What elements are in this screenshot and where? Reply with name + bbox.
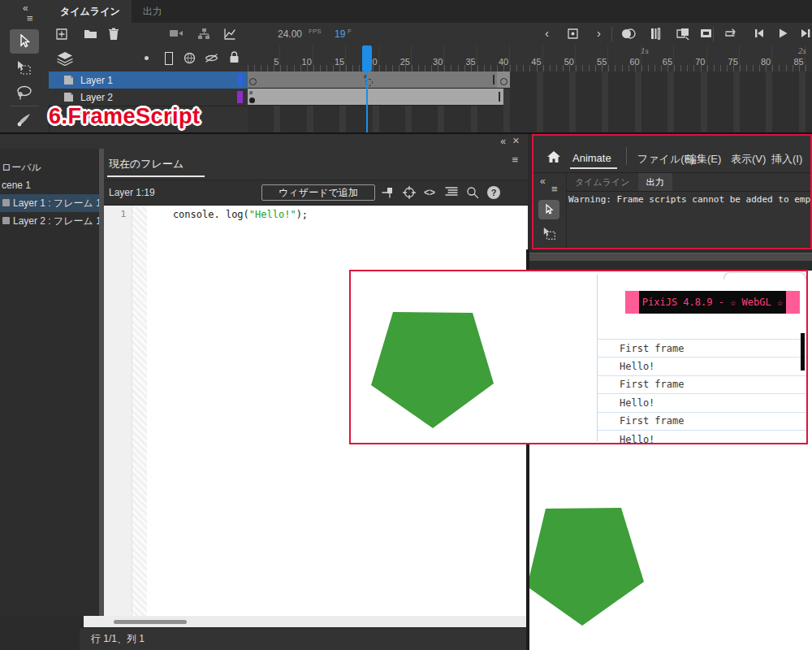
selection-tool-button[interactable] (538, 200, 559, 219)
onion-skin-button[interactable] (621, 28, 636, 40)
brush-tool-button[interactable] (11, 109, 37, 130)
layer2-frame-span[interactable]: a (248, 89, 503, 106)
menu-item[interactable]: 挿入(I) (771, 152, 802, 167)
actions-menu-icon[interactable]: ≡ (512, 154, 518, 166)
edit-multiple-frames-button[interactable] (676, 28, 690, 40)
devtools-tab-outline (723, 272, 806, 280)
devtools-console: First frameHello!First frameHello!First … (597, 339, 808, 444)
navigator-item[interactable]: Layer 1 : フレーム 19 (0, 194, 99, 212)
close-panel-icon[interactable]: ✕ (512, 136, 520, 146)
panel-tab[interactable]: 出力 (132, 0, 174, 23)
delete-layer-button[interactable] (108, 28, 119, 41)
screen: « ≡ (0, 0, 812, 650)
actions-toolbar: Layer 1:19 ウィザードで追加 <> ? (104, 180, 528, 206)
advanced-layer-icon[interactable] (184, 52, 196, 64)
layer-name[interactable]: Layer 2 (80, 92, 113, 103)
framescript-annotation: 6.FrameScript (49, 104, 201, 129)
play-button[interactable] (777, 28, 788, 39)
layer-depth-button[interactable] (223, 28, 236, 41)
pin-script-icon[interactable] (382, 186, 395, 199)
navigator-item[interactable]: ローバル (0, 158, 99, 176)
add-with-wizard-button[interactable]: ウィザードで追加 (261, 184, 375, 201)
navigator-item[interactable]: Layer 2 : フレーム 1 (0, 212, 99, 230)
tab-active-underline (107, 176, 205, 177)
outline-column-icon[interactable] (165, 52, 173, 65)
script-context-label: Layer 1:19 (109, 187, 155, 198)
new-folder-button[interactable] (84, 28, 97, 40)
span-end-marker (493, 75, 495, 84)
free-transform-tool-button[interactable] (540, 225, 559, 243)
layer-name[interactable]: Layer 1 (80, 75, 113, 86)
code-string: "Hello!" (249, 209, 296, 220)
current-frame-tab[interactable]: 現在のフレーム (109, 157, 184, 171)
onion-skin-outline-button[interactable] (650, 28, 662, 40)
panel-tab[interactable]: タイムライン (567, 173, 638, 191)
free-transform-tool-button[interactable] (11, 57, 37, 80)
horizontal-scrollbar[interactable] (84, 616, 528, 627)
loop-playback-button[interactable] (723, 28, 737, 40)
collapse-panel-icon[interactable]: « (540, 176, 545, 187)
playhead-line[interactable] (366, 46, 368, 132)
camera-button[interactable] (169, 28, 184, 39)
insert-keyframe-button[interactable] (567, 28, 579, 40)
layer-parenting-button[interactable] (197, 28, 210, 41)
panel-tab[interactable]: 出力 (638, 173, 672, 191)
pixijs-banner: PixiJS 4.8.9 - ☆ WebGL ☆ (625, 291, 800, 314)
actions-tab-row: 現在のフレーム ≡ (104, 149, 528, 180)
toolbar-separator (713, 27, 714, 41)
line-number: 1 (120, 209, 126, 219)
menu-item[interactable]: 編集(E) (686, 152, 721, 167)
insert-target-path-icon[interactable] (403, 186, 416, 199)
hide-column-icon[interactable] (205, 53, 218, 63)
highlight-column-icon[interactable] (145, 56, 149, 60)
scrollbar-thumb[interactable] (114, 620, 187, 624)
layer-page-icon (63, 92, 74, 102)
keyframe-marker[interactable] (249, 98, 255, 103)
layer-row-1[interactable]: Layer 1 (49, 72, 248, 89)
script-navigator: ローバルcene 1Layer 1 : フレーム 19Layer 2 : フレー… (0, 149, 99, 616)
collapse-panel-icon[interactable]: « (500, 136, 505, 147)
layer-color-swatch[interactable] (237, 74, 243, 86)
code-snippets-icon[interactable]: <> (424, 187, 435, 198)
layer1-blank-keyframe-cell[interactable] (497, 72, 510, 89)
next-keyframe-button[interactable]: › (597, 26, 601, 40)
code-end: ); (296, 209, 308, 220)
seconds-label: 1s (633, 46, 657, 55)
format-code-icon[interactable] (445, 186, 458, 197)
code-line[interactable]: console. log("Hello!"); (149, 209, 308, 220)
action-marker: a (249, 89, 253, 96)
step-back-button[interactable] (754, 28, 765, 39)
paste-frames-button[interactable] (699, 28, 713, 39)
blank-keyframe-marker[interactable] (500, 78, 508, 85)
tools-menu-icon[interactable]: ≡ (551, 183, 558, 195)
tools-divider (10, 106, 39, 106)
menu-item[interactable]: 表示(V) (731, 152, 766, 167)
navigator-item[interactable]: cene 1 (0, 176, 99, 194)
panel-tab[interactable]: タイムライン (49, 0, 132, 23)
blank-keyframe-marker[interactable] (249, 78, 257, 85)
lasso-tool-button[interactable] (11, 81, 37, 104)
new-layer-button[interactable] (55, 28, 68, 41)
breakpoint-gutter[interactable] (132, 206, 147, 616)
console-log-row: Hello! (597, 431, 808, 444)
current-frame-value[interactable]: 19 (335, 28, 345, 40)
layers-stack-icon (57, 51, 73, 66)
step-forward-button[interactable] (800, 28, 811, 39)
lock-column-icon[interactable] (229, 51, 240, 63)
preview-window: PixiJS 4.8.9 - ☆ WebGL ☆ First frameHell… (349, 270, 808, 444)
editor-status-bar: 行 1/1、列 1 (80, 627, 528, 650)
layer-color-swatch[interactable] (237, 91, 243, 103)
tools-menu-icon[interactable]: ≡ (27, 12, 33, 24)
find-icon[interactable] (466, 186, 479, 199)
code-call: console. log( (149, 209, 249, 220)
console-scrollbar-thumb[interactable] (801, 333, 805, 370)
layer1-frame-span[interactable]: a (248, 72, 497, 89)
output-warning-text: Warning: Frame scripts cannot be added t… (568, 194, 812, 205)
prev-keyframe-button[interactable]: ‹ (545, 26, 549, 40)
selection-tool-button[interactable] (10, 29, 39, 54)
help-icon[interactable]: ? (487, 186, 500, 199)
pentagon-shape (529, 508, 644, 626)
fps-value[interactable]: 24.00 (278, 28, 302, 40)
frames-grid[interactable]: a a (248, 72, 812, 132)
console-log-row: First frame (597, 413, 808, 431)
